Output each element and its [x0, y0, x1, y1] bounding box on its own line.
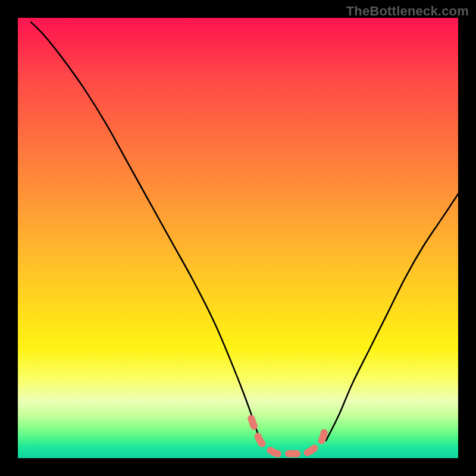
series-right-curve [326, 194, 458, 440]
series-left-curve [31, 22, 260, 440]
chart-overlay [18, 18, 458, 458]
curve-group [31, 22, 458, 454]
plot-area [18, 18, 458, 458]
chart-frame: TheBottleneck.com [0, 0, 476, 476]
watermark-label: TheBottleneck.com [346, 4, 469, 19]
series-dashed-marker-band [251, 418, 326, 454]
